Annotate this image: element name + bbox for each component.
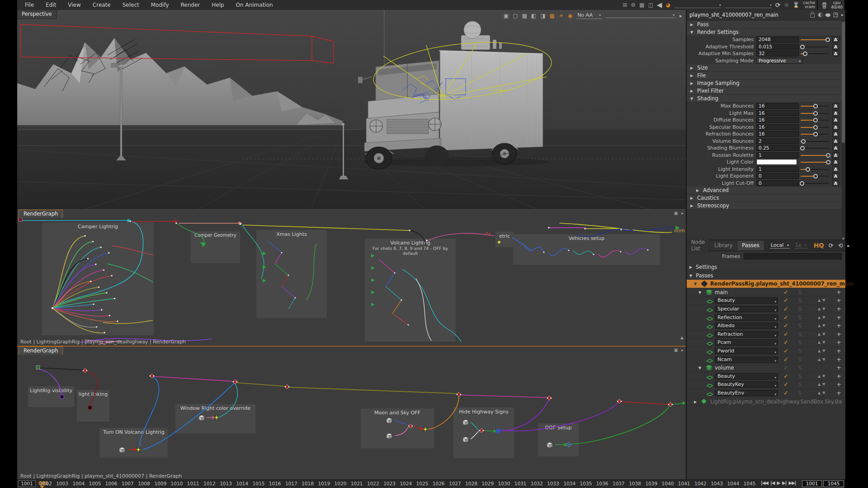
transfer-node-icon[interactable]: [668, 402, 673, 407]
add-icon[interactable]: +: [836, 314, 841, 321]
slider-knob[interactable]: [806, 167, 810, 172]
rendergraph-shot-panel[interactable]: LightRig visibility light linking Turn O…: [17, 346, 686, 480]
expand-triangle-icon[interactable]: ▶: [694, 400, 698, 404]
tab-node-list[interactable]: Node List: [687, 238, 710, 253]
add-icon[interactable]: +: [836, 339, 841, 346]
local-dropdown[interactable]: Local▾: [770, 242, 790, 249]
rendergraph-tab[interactable]: RenderGraph: [19, 347, 63, 355]
external-editor-icon[interactable]: ◳: [833, 11, 838, 18]
resolution-dropdown[interactable]: ▾: [725, 2, 772, 8]
geometry-cube-icon[interactable]: [463, 420, 468, 425]
tree-row-pass-main-ncam[interactable]: Ncam▾✓S▲▼+: [687, 356, 845, 364]
skip-to-start-button[interactable]: |◀◀: [761, 480, 768, 485]
slider-knob[interactable]: [800, 45, 805, 49]
render-icon[interactable]: ◉: [568, 13, 572, 19]
transfer-node-icon[interactable]: [457, 392, 462, 397]
param-slider[interactable]: [801, 134, 829, 135]
tree-row-pass-main-beauty[interactable]: Beauty▾✓S▲▼+: [687, 296, 845, 305]
layout-icon[interactable]: ◫: [648, 0, 653, 10]
add-icon[interactable]: +: [836, 305, 841, 312]
param-slider[interactable]: [801, 106, 829, 107]
panel-arrow-icon[interactable]: ▸: [679, 13, 682, 19]
tree-row-pass-volume-beauty[interactable]: Beauty▾✓S▲▼+: [687, 372, 845, 381]
param-value-field[interactable]: 2048: [756, 37, 799, 42]
menu-modify[interactable]: Modify: [145, 0, 175, 10]
viewport-tab[interactable]: Perspective: [17, 10, 57, 19]
hq-button[interactable]: HQ: [814, 242, 824, 249]
animate-button[interactable]: A: [832, 51, 839, 56]
menu-view[interactable]: View: [62, 0, 86, 10]
snap-icon[interactable]: ▦: [639, 0, 644, 10]
panel-arrow-icon[interactable]: ▸: [841, 12, 844, 17]
expand-triangle-icon[interactable]: ▼: [694, 282, 698, 286]
enabled-check-icon[interactable]: ✓: [783, 289, 788, 296]
tree-row-group-main[interactable]: ▼main✓S+: [687, 288, 845, 297]
transfer-node-icon[interactable]: [547, 396, 552, 400]
graph-breadcrumb[interactable]: Root | LightingGraphRig | playmo_sht_410…: [20, 473, 182, 479]
solo-icon[interactable]: S: [798, 289, 802, 296]
slider-knob[interactable]: [803, 52, 807, 56]
add-icon[interactable]: +: [836, 381, 841, 388]
pass-type-dropdown[interactable]: Beauty▾: [715, 373, 778, 380]
animate-button[interactable]: A: [832, 131, 839, 137]
param-slider[interactable]: [801, 113, 829, 114]
detach-icon[interactable]: ▣: [674, 347, 678, 352]
isolate-icon[interactable]: ▢: [513, 13, 518, 19]
pass-type-dropdown[interactable]: Albedo▾: [715, 323, 778, 329]
enabled-check-icon[interactable]: ✓: [783, 381, 788, 388]
playblast-icon[interactable]: ◀: [657, 0, 662, 10]
texture-icon[interactable]: ▩: [550, 13, 555, 19]
enabled-check-icon[interactable]: ✓: [783, 331, 788, 338]
range-end-field[interactable]: 1045: [823, 480, 844, 487]
sync-icon[interactable]: ⟳: [829, 242, 834, 249]
expand-triangle-icon[interactable]: ▼: [698, 366, 703, 370]
reorder-arrows[interactable]: ▲▼: [818, 324, 827, 328]
range-start-field[interactable]: 1001: [802, 480, 822, 487]
animate-button[interactable]: A: [832, 166, 839, 172]
tree-row-pass-main-reflection[interactable]: Reflection▾✓S▲▼+: [687, 314, 845, 322]
enabled-check-icon[interactable]: ✓: [783, 339, 788, 346]
solo-icon[interactable]: S: [798, 364, 802, 371]
animate-button[interactable]: A: [832, 173, 839, 179]
expand-triangle-icon[interactable]: ▼: [689, 274, 693, 278]
renderer-dropdown[interactable]: ▾: [674, 2, 721, 8]
enabled-check-icon[interactable]: ✓: [783, 364, 788, 371]
solo-icon[interactable]: S: [798, 389, 802, 396]
add-icon[interactable]: +: [836, 331, 841, 338]
solo-icon[interactable]: S: [798, 314, 802, 321]
enabled-check-icon[interactable]: ✓: [783, 356, 788, 363]
slider-knob[interactable]: [813, 132, 818, 136]
step-back-button[interactable]: |◀: [770, 480, 774, 485]
pass-type-dropdown[interactable]: Specular▾: [715, 306, 778, 312]
grid-icon[interactable]: ▦: [522, 13, 527, 19]
section-caustics[interactable]: ▶Caustics: [687, 194, 841, 202]
menu-on-animation[interactable]: On Animation: [230, 0, 279, 10]
reorder-arrows[interactable]: ▲▼: [818, 391, 827, 395]
scrollbar-thumb[interactable]: [842, 22, 845, 143]
section-image-sampling[interactable]: ▶Image Sampling: [687, 80, 841, 87]
tree-row-group-volume[interactable]: ▼volume✓S+: [687, 364, 845, 372]
section-shading[interactable]: ▼Shading: [687, 95, 841, 103]
tree-row-pass-main-refraction[interactable]: Refraction▾✓S▲▼+: [687, 330, 845, 339]
animate-button[interactable]: A: [832, 145, 839, 151]
param-slider[interactable]: [801, 148, 829, 149]
play-button[interactable]: ▶: [777, 480, 780, 485]
expand-triangle-icon[interactable]: ▶: [689, 265, 693, 269]
menu-file[interactable]: File: [19, 0, 40, 10]
reorder-arrows[interactable]: ▲▼: [818, 374, 827, 378]
pass-type-dropdown[interactable]: Refraction▾: [715, 331, 778, 338]
menu-create[interactable]: Create: [87, 0, 117, 10]
add-icon[interactable]: +: [836, 389, 841, 396]
param-value-field[interactable]: 0: [756, 173, 799, 179]
param-slider[interactable]: [801, 183, 829, 184]
attr-scrollbar[interactable]: [842, 21, 845, 237]
geometry-cube-icon[interactable]: [463, 437, 468, 442]
tree-row-pass-main-pcam[interactable]: Pcam▾✓S▲▼+: [687, 338, 845, 347]
sync-frame-icon[interactable]: ⟲: [838, 242, 843, 249]
add-icon[interactable]: +: [836, 297, 841, 304]
reorder-arrows[interactable]: ▲▼: [818, 382, 827, 386]
animate-button[interactable]: A: [832, 103, 839, 109]
param-value-field[interactable]: 32: [756, 51, 799, 56]
rendergraph-tab[interactable]: RenderGraph: [19, 210, 63, 218]
tree-row-pass-volume-beautyenv[interactable]: BeautyEnv▾✓S▲▼+: [687, 389, 845, 398]
